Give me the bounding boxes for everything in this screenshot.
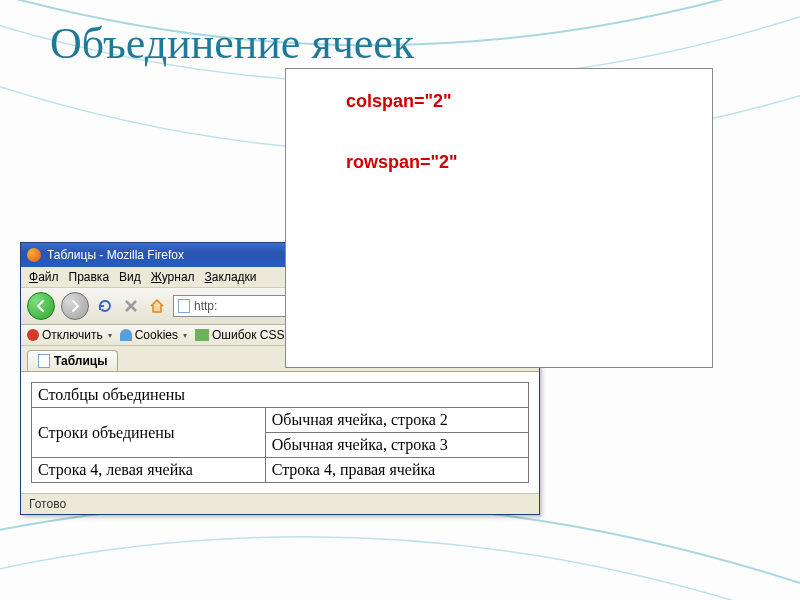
- tab-label: Таблицы: [54, 354, 107, 368]
- cell: Обычная ячейка, строка 2: [265, 408, 528, 433]
- code-colspan: colspan="2": [346, 91, 702, 112]
- back-button[interactable]: [27, 292, 55, 320]
- home-button[interactable]: [147, 296, 167, 316]
- dev-disable-label: Отключить: [42, 328, 103, 342]
- reload-icon: [96, 297, 114, 315]
- table-row: Столбцы объединены: [32, 383, 529, 408]
- stop-button: [121, 296, 141, 316]
- forward-button: [61, 292, 89, 320]
- window-title: Таблицы - Mozilla Firefox: [47, 248, 184, 262]
- menu-history[interactable]: Журнал: [151, 270, 195, 284]
- table-row: Строки объединены Обычная ячейка, строка…: [32, 408, 529, 433]
- dev-cookies-label: Cookies: [135, 328, 178, 342]
- code-rowspan: rowspan="2": [346, 152, 702, 173]
- cell: Обычная ячейка, строка 3: [265, 433, 528, 458]
- page-icon: [178, 299, 190, 313]
- page-icon: [38, 354, 50, 368]
- cell-colspan: Столбцы объединены: [32, 383, 529, 408]
- dev-css-label: Ошибок CSS н: [212, 328, 294, 342]
- demo-table: Столбцы объединены Строки объединены Обы…: [31, 382, 529, 483]
- slide-title: Объединение ячеек: [50, 18, 414, 69]
- dev-disable[interactable]: Отключить: [27, 328, 112, 342]
- disable-icon: [27, 329, 39, 341]
- menu-bookmarks[interactable]: Закладки: [205, 270, 257, 284]
- statusbar: Готово: [21, 493, 539, 514]
- person-icon: [120, 329, 132, 341]
- dev-cookies[interactable]: Cookies: [120, 328, 187, 342]
- url-text: http:: [194, 299, 217, 313]
- table-row: Строка 4, левая ячейка Строка 4, правая …: [32, 458, 529, 483]
- menu-view[interactable]: Вид: [119, 270, 141, 284]
- reload-button[interactable]: [95, 296, 115, 316]
- stop-icon: [124, 299, 138, 313]
- arrow-right-icon: [68, 299, 82, 313]
- dev-css-errors[interactable]: Ошибок CSS н: [195, 328, 294, 342]
- cell: Строка 4, правая ячейка: [265, 458, 528, 483]
- cell: Строка 4, левая ячейка: [32, 458, 266, 483]
- cell-rowspan: Строки объединены: [32, 408, 266, 458]
- css-icon: [195, 329, 209, 341]
- menu-edit[interactable]: Правка: [69, 270, 110, 284]
- arrow-left-icon: [34, 299, 48, 313]
- menu-file[interactable]: Файл: [29, 270, 59, 284]
- firefox-icon: [27, 248, 41, 262]
- code-box: colspan="2" rowspan="2": [285, 68, 713, 368]
- home-icon: [149, 298, 165, 314]
- page-content: Столбцы объединены Строки объединены Обы…: [21, 372, 539, 493]
- tab-tables[interactable]: Таблицы: [27, 350, 118, 371]
